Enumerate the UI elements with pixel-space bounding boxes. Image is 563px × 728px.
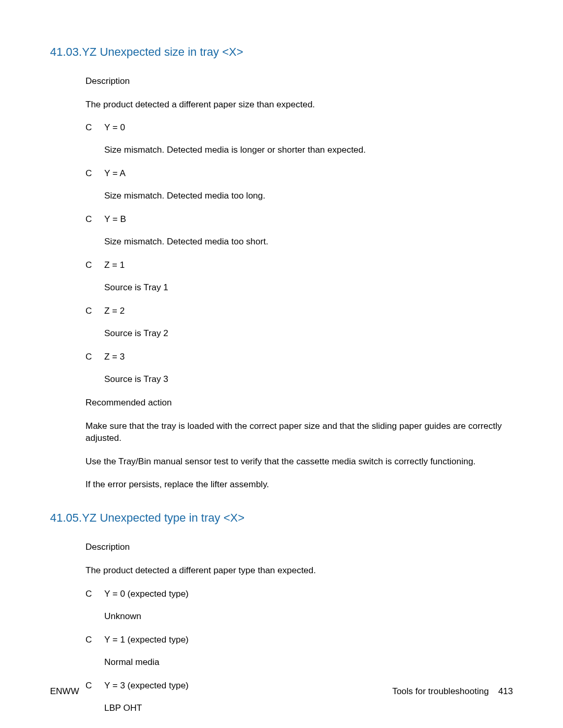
section-heading-2: 41.05.YZ Unexpected type in tray <X> — [50, 511, 513, 526]
description-text: The product detected a different paper s… — [85, 99, 513, 111]
bullet-marker: C — [85, 588, 104, 600]
section-heading-1: 41.03.YZ Unexpected size in tray <X> — [50, 45, 513, 60]
list-item: C Z = 3 — [85, 351, 513, 363]
bullet-detail: Unknown — [104, 611, 513, 623]
document-page: 41.03.YZ Unexpected size in tray <X> Des… — [0, 0, 563, 728]
footer-left: ENWW — [50, 686, 79, 697]
bullet-detail: Source is Tray 3 — [104, 374, 513, 386]
list-item: C Y = 1 (expected type) — [85, 634, 513, 646]
bullet-detail: Size mismatch. Detected media too long. — [104, 190, 513, 202]
bullet-detail: Normal media — [104, 657, 513, 669]
page-footer: ENWW Tools for troubleshooting 413 — [50, 686, 513, 697]
bullet-detail: Size mismatch. Detected media is longer … — [104, 144, 513, 156]
bullet-label: Y = 0 (expected type) — [104, 588, 513, 600]
bullet-detail: Source is Tray 2 — [104, 328, 513, 340]
bullet-detail: LBP OHT — [104, 702, 513, 714]
list-item: C Y = A — [85, 168, 513, 180]
list-item: C Z = 2 — [85, 305, 513, 317]
description-label: Description — [85, 76, 513, 88]
bullet-label: Y = 4 (expected type) — [104, 726, 513, 729]
recommended-action-text: If the error persists, replace the lifte… — [85, 479, 513, 491]
bullet-label: Z = 2 — [104, 305, 513, 317]
bullet-label: Z = 1 — [104, 260, 513, 272]
list-item: C Y = 4 (expected type) — [85, 726, 513, 729]
list-item: C Y = 0 (expected type) — [85, 588, 513, 600]
section-content-2: Description The product detected a diffe… — [85, 541, 513, 728]
list-item: C Z = 1 — [85, 260, 513, 272]
bullet-marker: C — [85, 634, 104, 646]
footer-section-title: Tools for troubleshooting — [392, 686, 488, 697]
description-text: The product detected a different paper t… — [85, 565, 513, 577]
bullet-marker: C — [85, 260, 104, 272]
bullet-label: Y = 1 (expected type) — [104, 634, 513, 646]
bullet-marker: C — [85, 726, 104, 729]
description-label: Description — [85, 541, 513, 553]
bullet-marker: C — [85, 168, 104, 180]
bullet-detail: Size mismatch. Detected media too short. — [104, 236, 513, 248]
bullet-label: Z = 3 — [104, 351, 513, 363]
bullet-label: Y = 0 — [104, 122, 513, 134]
section-content-1: Description The product detected a diffe… — [85, 76, 513, 491]
list-item: C Y = 0 — [85, 122, 513, 134]
bullet-label: Y = B — [104, 214, 513, 226]
bullet-label: Y = A — [104, 168, 513, 180]
bullet-marker: C — [85, 122, 104, 134]
bullet-marker: C — [85, 351, 104, 363]
bullet-marker: C — [85, 305, 104, 317]
recommended-action-text: Make sure that the tray is loaded with t… — [85, 421, 513, 445]
page-number: 413 — [498, 686, 513, 697]
recommended-action-label: Recommended action — [85, 397, 513, 409]
list-item: C Y = B — [85, 214, 513, 226]
bullet-marker: C — [85, 214, 104, 226]
recommended-action-text: Use the Tray/Bin manual sensor test to v… — [85, 456, 513, 468]
bullet-detail: Source is Tray 1 — [104, 282, 513, 294]
footer-right: Tools for troubleshooting 413 — [392, 686, 513, 697]
